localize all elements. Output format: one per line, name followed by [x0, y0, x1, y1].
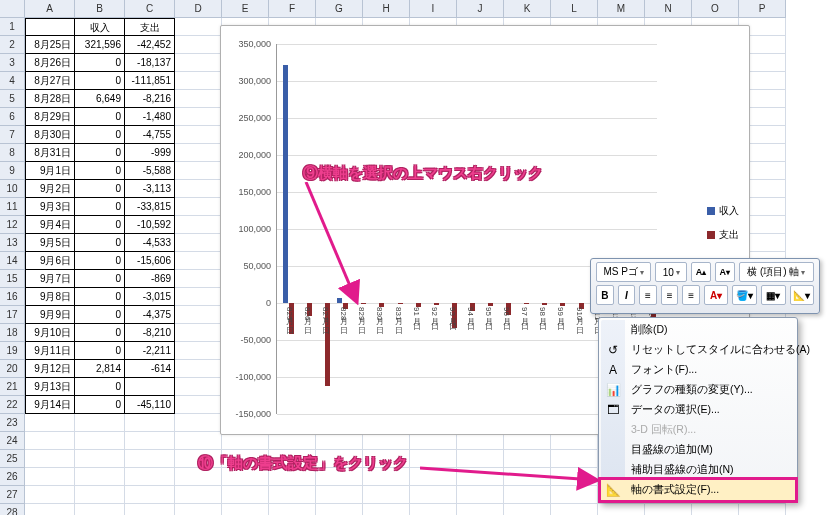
cell-B15[interactable]: 0 — [75, 270, 125, 288]
cell-L28[interactable] — [551, 504, 598, 515]
cell-D15[interactable] — [175, 270, 222, 288]
cell-D25[interactable] — [175, 450, 222, 468]
cell-C8[interactable]: -999 — [125, 144, 175, 162]
cell-A13[interactable]: 9月5日 — [25, 234, 75, 252]
x-tick-label[interactable]: 8月25日 — [283, 307, 294, 320]
axis-selector-combo[interactable]: 横 (項目) 軸▾ — [739, 262, 814, 282]
bar-expense[interactable] — [560, 303, 565, 306]
cell-D26[interactable] — [175, 468, 222, 486]
x-tick-label[interactable]: 9月4日 — [464, 307, 475, 316]
cell-B26[interactable] — [75, 468, 125, 486]
menu-item-3[interactable]: 📊グラフの種類の変更(Y)... — [601, 380, 795, 400]
cell-I27[interactable] — [410, 486, 457, 504]
cell-D12[interactable] — [175, 216, 222, 234]
cell-C24[interactable] — [125, 432, 175, 450]
row-header-21[interactable]: 21 — [0, 378, 25, 396]
x-tick-label[interactable]: 8月27日 — [319, 307, 330, 320]
cell-C12[interactable]: -10,592 — [125, 216, 175, 234]
x-tick-label[interactable]: 8月29日 — [355, 307, 366, 320]
cell-A20[interactable]: 9月12日 — [25, 360, 75, 378]
cell-D6[interactable] — [175, 108, 222, 126]
cell-D20[interactable] — [175, 360, 222, 378]
cell-D14[interactable] — [175, 252, 222, 270]
cell-C18[interactable]: -8,210 — [125, 324, 175, 342]
menu-item-7[interactable]: 補助目盛線の追加(N) — [601, 460, 795, 480]
cell-C22[interactable]: -45,110 — [125, 396, 175, 414]
cell-B14[interactable]: 0 — [75, 252, 125, 270]
cell-B28[interactable] — [75, 504, 125, 515]
row-header-10[interactable]: 10 — [0, 180, 25, 198]
cell-A17[interactable]: 9月9日 — [25, 306, 75, 324]
cell-A28[interactable] — [25, 504, 75, 515]
cell-B2[interactable]: 321,596 — [75, 36, 125, 54]
cell-A12[interactable]: 9月4日 — [25, 216, 75, 234]
cell-C6[interactable]: -1,480 — [125, 108, 175, 126]
cell-A27[interactable] — [25, 486, 75, 504]
border-button[interactable]: ▦▾ — [761, 285, 786, 305]
menu-item-6[interactable]: 目盛線の追加(M) — [601, 440, 795, 460]
col-header-M[interactable]: M — [598, 0, 645, 18]
row-header-23[interactable]: 23 — [0, 414, 25, 432]
x-tick-label[interactable]: 8月28日 — [337, 307, 348, 320]
cell-N28[interactable] — [645, 504, 692, 515]
cell-B17[interactable]: 0 — [75, 306, 125, 324]
cell-D2[interactable] — [175, 36, 222, 54]
cell-B7[interactable]: 0 — [75, 126, 125, 144]
cell-B18[interactable]: 0 — [75, 324, 125, 342]
cell-C3[interactable]: -18,137 — [125, 54, 175, 72]
cell-C25[interactable] — [125, 450, 175, 468]
cell-G27[interactable] — [316, 486, 363, 504]
cell-A23[interactable] — [25, 414, 75, 432]
cell-A11[interactable]: 9月3日 — [25, 198, 75, 216]
x-tick-label[interactable]: 9月3日 — [446, 307, 457, 316]
cell-B1[interactable]: 収入 — [75, 18, 125, 36]
cell-D24[interactable] — [175, 432, 222, 450]
x-tick-label[interactable]: 8月26日 — [301, 307, 312, 320]
cell-C14[interactable]: -15,606 — [125, 252, 175, 270]
cell-M28[interactable] — [598, 504, 645, 515]
cell-F25[interactable] — [269, 450, 316, 468]
cell-I26[interactable] — [410, 468, 457, 486]
bar-expense[interactable] — [524, 303, 529, 304]
font-size-combo[interactable]: 10▾ — [655, 262, 687, 282]
cell-K27[interactable] — [504, 486, 551, 504]
row-header-15[interactable]: 15 — [0, 270, 25, 288]
row-header-6[interactable]: 6 — [0, 108, 25, 126]
cell-B4[interactable]: 0 — [75, 72, 125, 90]
cell-E28[interactable] — [222, 504, 269, 515]
cell-B8[interactable]: 0 — [75, 144, 125, 162]
cell-A4[interactable]: 8月27日 — [25, 72, 75, 90]
col-header-L[interactable]: L — [551, 0, 598, 18]
cell-D11[interactable] — [175, 198, 222, 216]
cell-H25[interactable] — [363, 450, 410, 468]
row-header-11[interactable]: 11 — [0, 198, 25, 216]
cell-A9[interactable]: 9月1日 — [25, 162, 75, 180]
cell-G28[interactable] — [316, 504, 363, 515]
cell-A1[interactable] — [25, 18, 75, 36]
cell-K28[interactable] — [504, 504, 551, 515]
cell-A18[interactable]: 9月10日 — [25, 324, 75, 342]
cell-B6[interactable]: 0 — [75, 108, 125, 126]
bar-income[interactable] — [337, 298, 342, 303]
cell-D21[interactable] — [175, 378, 222, 396]
menu-item-2[interactable]: Aフォント(F)... — [601, 360, 795, 380]
cell-C7[interactable]: -4,755 — [125, 126, 175, 144]
cell-B10[interactable]: 0 — [75, 180, 125, 198]
cell-J26[interactable] — [457, 468, 504, 486]
cell-C10[interactable]: -3,113 — [125, 180, 175, 198]
cell-I25[interactable] — [410, 450, 457, 468]
cell-A22[interactable]: 9月14日 — [25, 396, 75, 414]
cell-A3[interactable]: 8月26日 — [25, 54, 75, 72]
col-header-N[interactable]: N — [645, 0, 692, 18]
shrink-font-button[interactable]: A▾ — [715, 262, 735, 282]
menu-item-4[interactable]: 🗔データの選択(E)... — [601, 400, 795, 420]
cell-B23[interactable] — [75, 414, 125, 432]
cell-B13[interactable]: 0 — [75, 234, 125, 252]
cell-J27[interactable] — [457, 486, 504, 504]
bar-expense[interactable] — [434, 303, 439, 305]
cell-E26[interactable] — [222, 468, 269, 486]
cell-A15[interactable]: 9月7日 — [25, 270, 75, 288]
col-header-C[interactable]: C — [125, 0, 175, 18]
cell-C23[interactable] — [125, 414, 175, 432]
cell-B27[interactable] — [75, 486, 125, 504]
